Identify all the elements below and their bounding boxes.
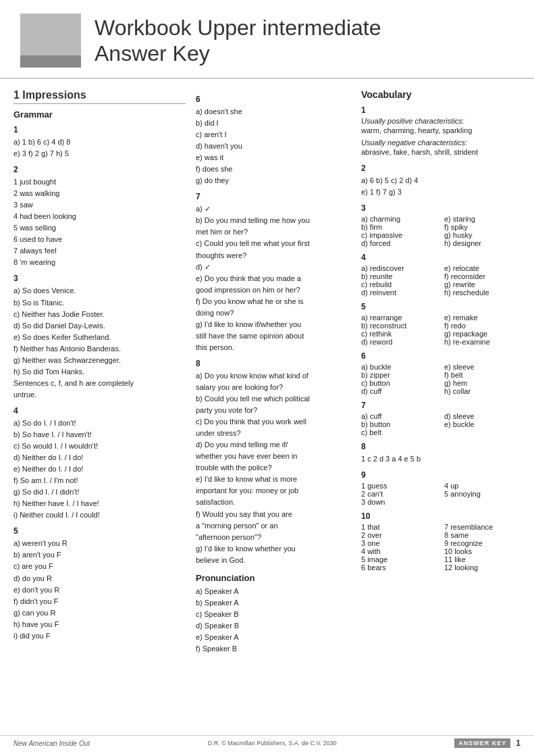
footer-left-text: New American Inside Out xyxy=(14,740,90,747)
v8-heading: 8 xyxy=(361,442,520,451)
list-item: b) So is Titanic. xyxy=(14,297,186,309)
list-item: h) have you F xyxy=(14,619,186,630)
list-item: c) are you F xyxy=(14,561,186,572)
v3-col2: e) staring f) spiky g) husky h) designer xyxy=(444,215,520,247)
v6-heading: 6 xyxy=(361,351,520,361)
v5-col1: a) rearrange b) reconstruct c) rethink d… xyxy=(361,313,437,346)
list-item: g) rewrite xyxy=(444,280,520,288)
v1-negative-text: abrasive, fake, harsh, shrill, strident xyxy=(361,147,520,158)
v3-heading: 3 xyxy=(361,203,520,213)
main-content: 1 Impressions Grammar 1 a) 1 b) 6 c) 4 d… xyxy=(0,89,534,655)
s7-list: a) ✓ b) Do you mind telling me how you m… xyxy=(196,203,351,353)
list-item: 7 resemblance xyxy=(444,523,520,531)
list-item: 8 'm wearing xyxy=(14,257,186,268)
list-item: g) I'd like to know whether you believe … xyxy=(196,543,351,566)
list-item: g) do they xyxy=(196,175,351,186)
footer-right: ANSWER KEY 1 xyxy=(454,738,520,748)
header: Workbook Upper intermediate Answer Key xyxy=(0,0,534,79)
g1-line2: e) 3 f) 2 g) 7 h) 5 xyxy=(14,148,186,159)
list-item: a) So do I. / I don't! xyxy=(14,418,186,429)
list-item: 11 like xyxy=(444,555,520,563)
list-item: a) rearrange xyxy=(361,313,437,322)
footer-center-text: D.R. © Macmillan Publishers, S.A. de C.V… xyxy=(208,740,337,747)
list-item: b) reconstruct xyxy=(361,322,437,330)
g3-list: a) So does Venice. b) So is Titanic. c) … xyxy=(14,285,186,400)
list-item: f) Would you say that you are a "morning… xyxy=(196,509,351,543)
list-item: h) So did Tom Hanks. xyxy=(14,366,186,378)
list-item: a) So does Venice. xyxy=(14,285,186,297)
list-item: h) reschedule xyxy=(444,288,520,297)
v10-grid: 1 that 2 over 3 one 4 with 5 image 6 bea… xyxy=(361,523,520,572)
v2-line2: e) 1 f) 7 g) 3 xyxy=(361,186,520,198)
list-item: f) does she xyxy=(196,163,351,175)
list-item: c) Do you think that you work well under… xyxy=(196,416,351,439)
header-title: Workbook Upper intermediate Answer Key xyxy=(95,15,381,67)
list-item: f) didn't you F xyxy=(14,596,186,607)
list-item: d) Neither do I. / I do! xyxy=(14,452,186,463)
list-item: h) re-examine xyxy=(444,338,520,346)
list-item: e) don't you R xyxy=(14,584,186,596)
v4-heading: 4 xyxy=(361,253,520,262)
list-item: b) zipper xyxy=(361,371,437,379)
s8-list: a) Do you know know what kind of salary … xyxy=(196,370,351,566)
list-item: b) firm xyxy=(361,223,437,231)
v5-col2: e) remake f) redo g) repackage h) re-exa… xyxy=(444,313,520,346)
left-column: 1 Impressions Grammar 1 a) 1 b) 6 c) 4 d… xyxy=(14,89,186,655)
list-item: b) Could you tell me which political par… xyxy=(196,393,351,416)
list-item: 12 looking xyxy=(444,563,520,572)
list-item: 2 was walking xyxy=(14,188,186,199)
pron-list: a) Speaker A b) Speaker A c) Speaker B d… xyxy=(196,586,351,655)
v10-col1: 1 that 2 over 3 one 4 with 5 image 6 bea… xyxy=(361,523,437,572)
list-item: i) did you F xyxy=(14,630,186,642)
g3-heading: 3 xyxy=(14,274,186,283)
v9-grid: 1 guess 2 can't 3 down 4 up 5 annoying xyxy=(361,482,520,506)
list-item: g) repackage xyxy=(444,330,520,338)
g5-list: a) weren't you R b) aren't you F c) are … xyxy=(14,538,186,641)
answer-key-badge: ANSWER KEY xyxy=(454,738,510,748)
list-item: f) spiky xyxy=(444,223,520,231)
list-item: a) buckle xyxy=(361,363,437,371)
list-item: c) rebuild xyxy=(361,280,437,288)
page: Workbook Upper intermediate Answer Key 1… xyxy=(0,0,534,756)
list-item: c) So would I. / I wouldn't! xyxy=(14,440,186,452)
v9-col1: 1 guess 2 can't 3 down xyxy=(361,482,437,506)
title-line2: Answer Key xyxy=(95,41,381,66)
list-item: a) doesn't she xyxy=(196,106,351,118)
list-item: a) rediscover xyxy=(361,264,437,272)
list-item: b) button xyxy=(361,420,437,428)
list-item: f) Speaker B xyxy=(196,643,351,655)
v4-col1: a) rediscover b) reunite c) rebuild d) r… xyxy=(361,264,437,297)
list-item: 5 image xyxy=(361,555,437,563)
list-item: d) Do you mind telling me if/ whether yo… xyxy=(196,439,351,474)
list-item: c) button xyxy=(361,379,437,387)
s6-heading: 6 xyxy=(196,95,351,104)
list-item: c) belt xyxy=(361,428,437,436)
list-item: 4 up xyxy=(444,482,520,490)
v9-col2: 4 up 5 annoying xyxy=(444,482,520,506)
list-item: a) Speaker A xyxy=(196,586,351,597)
list-item: g) So did I. / I didn't! xyxy=(14,486,186,498)
v10-heading: 10 xyxy=(361,511,520,521)
g2-heading: 2 xyxy=(14,165,186,174)
list-item: b) So have I. / I haven't! xyxy=(14,429,186,440)
list-item: Sentences c, f, and h are completely xyxy=(14,378,186,389)
v6-grid: a) buckle b) zipper c) button d) cuff e)… xyxy=(361,363,520,395)
g5-heading: 5 xyxy=(14,526,186,536)
s7-heading: 7 xyxy=(196,192,351,201)
list-item: c) Could you tell me what your first tho… xyxy=(196,238,351,261)
list-item: g) husky xyxy=(444,231,520,239)
list-item: d) reinvent xyxy=(361,288,437,297)
v6-col2: e) sleeve f) belt g) hem h) collar xyxy=(444,363,520,395)
list-item: e) staring xyxy=(444,215,520,223)
list-item: 4 with xyxy=(361,547,437,555)
v5-grid: a) rearrange b) reconstruct c) rethink d… xyxy=(361,313,520,346)
list-item: e) So does Keifer Sutherland. xyxy=(14,332,186,343)
list-item: d) reword xyxy=(361,338,437,346)
v10-col2: 7 resemblance 8 same 9 recognize 10 look… xyxy=(444,523,520,572)
list-item: 2 over xyxy=(361,531,437,539)
s6-list: a) doesn't she b) did I c) aren't I d) h… xyxy=(196,106,351,186)
v3-col1: a) charming b) firm c) impassive d) forc… xyxy=(361,215,437,247)
g1-heading: 1 xyxy=(14,125,186,134)
list-item: d) Speaker B xyxy=(196,620,351,632)
page-number: 1 xyxy=(516,738,520,748)
